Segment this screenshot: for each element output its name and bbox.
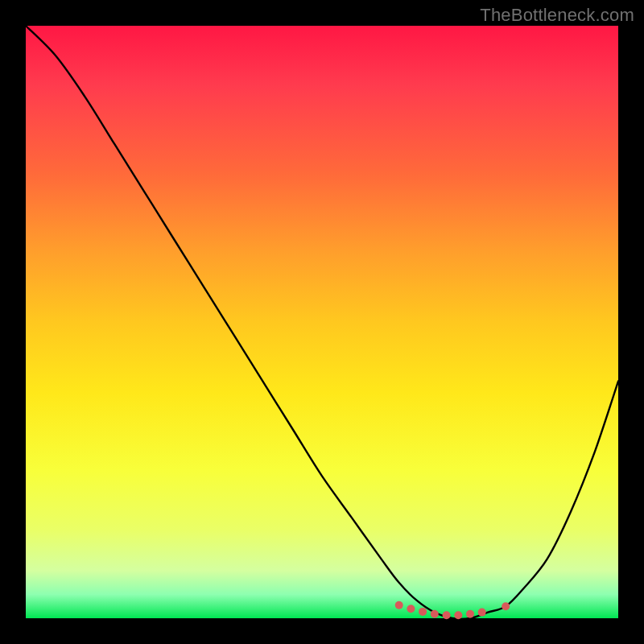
trough-dot xyxy=(407,605,415,613)
trough-dot xyxy=(431,610,439,618)
trough-dot xyxy=(454,611,462,619)
trough-dot xyxy=(502,602,510,610)
trough-dot xyxy=(466,610,474,618)
trough-dot xyxy=(478,609,486,617)
curve-layer xyxy=(26,26,618,618)
watermark-text: TheBottleneck.com xyxy=(480,5,634,26)
bottleneck-curve xyxy=(26,26,618,619)
chart-frame: TheBottleneck.com xyxy=(0,0,644,644)
gradient-plot-area xyxy=(26,26,618,618)
trough-dot xyxy=(443,611,451,619)
trough-dot xyxy=(419,608,427,616)
trough-dot xyxy=(395,601,403,609)
